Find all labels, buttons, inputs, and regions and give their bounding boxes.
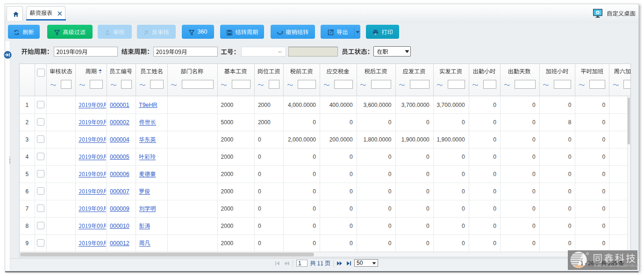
svg-text:R: R [587,253,588,255]
